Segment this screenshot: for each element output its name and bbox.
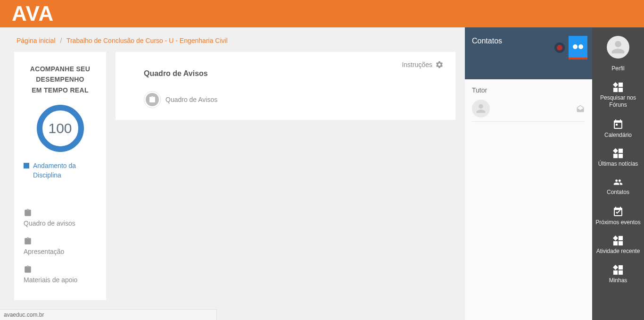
progress-title-l1: ACOMPANHE SEU <box>21 64 99 74</box>
progress-title-l2: DESEMPENHO <box>21 74 99 84</box>
svg-rect-12 <box>619 241 623 245</box>
sidebar-atividade-label: Atividade recente <box>596 248 640 255</box>
instructions-link[interactable]: Instruções <box>402 60 444 69</box>
logo[interactable]: AVA <box>12 2 54 25</box>
progress-ring: 100 <box>37 105 84 152</box>
section-heading: Quadro de Avisos <box>130 69 441 78</box>
svg-rect-2 <box>613 88 618 92</box>
top-header: AVA <box>0 0 644 27</box>
contacts-panel: Contatos Tutor <box>465 27 592 320</box>
sidebar-ultimas[interactable]: Últimas notícias <box>596 145 640 171</box>
status-url: avaeduc.com.br <box>4 312 44 318</box>
sidenav-apresentacao-label: Apresentação <box>24 248 97 255</box>
squares-icon <box>613 148 623 159</box>
sidebar-pesquisar-label: Pesquisar nos Fóruns <box>594 94 642 109</box>
svg-rect-15 <box>613 270 618 275</box>
envelope-icon[interactable] <box>576 104 585 113</box>
svg-rect-10 <box>619 236 623 240</box>
svg-rect-1 <box>619 83 623 87</box>
book-icon[interactable] <box>569 36 587 59</box>
status-toggle[interactable] <box>554 42 565 53</box>
sidenav-apresentacao[interactable]: Apresentação <box>21 232 99 260</box>
squares-icon <box>613 265 623 275</box>
left-area: Página inicial / Trabalho de Conclusão d… <box>0 27 465 320</box>
svg-rect-14 <box>619 265 623 269</box>
sidebar-calendario[interactable]: Calendário <box>603 116 634 142</box>
tutor-label: Tutor <box>472 86 585 94</box>
svg-marker-0 <box>613 82 618 87</box>
legend-text: Andamento da Disciplina <box>33 161 97 180</box>
squares-icon <box>613 82 623 93</box>
clipboard-circle-icon <box>144 91 161 108</box>
calendar-check-icon <box>612 206 624 217</box>
sidebar-calendario-label: Calendário <box>604 132 632 139</box>
progress-value: 100 <box>48 120 72 136</box>
sidebar-perfil[interactable]: Perfil <box>610 62 626 76</box>
breadcrumb-course[interactable]: Trabalho de Conclusão de Curso - U - Eng… <box>66 37 228 44</box>
contacts-title: Contatos <box>472 37 502 45</box>
main-layout: Página inicial / Trabalho de Conclusão d… <box>0 27 644 320</box>
progress-title: ACOMPANHE SEU DESEMPENHO EM TEMPO REAL <box>21 64 99 95</box>
sidebar-contatos-label: Contatos <box>607 189 629 196</box>
right-sidebar: Perfil Pesquisar nos Fóruns Calendário Ú… <box>592 27 644 320</box>
sidenav-quadro-label: Quadro de avisos <box>24 219 97 227</box>
content-card: Instruções Quadro de Avisos Quadro de Av… <box>116 52 455 120</box>
user-avatar[interactable] <box>607 36 629 59</box>
instructions-label: Instruções <box>402 61 432 68</box>
sidenav-quadro[interactable]: Quadro de avisos <box>21 203 99 232</box>
people-icon <box>612 177 624 187</box>
progress-ring-wrap: 100 <box>21 105 99 152</box>
sidebar-minhas-label: Minhas <box>609 277 627 285</box>
svg-rect-7 <box>613 154 618 158</box>
clipboard-icon <box>24 208 97 218</box>
progress-card: ACOMPANHE SEU DESEMPENHO EM TEMPO REAL 1… <box>14 52 106 300</box>
progress-title-l3: EM TEMPO REAL <box>21 85 99 95</box>
breadcrumb-separator: / <box>60 37 62 44</box>
svg-rect-8 <box>619 154 623 158</box>
breadcrumb: Página inicial / Trabalho de Conclusão d… <box>0 27 465 52</box>
sidebar-atividade[interactable]: Atividade recente <box>594 233 642 258</box>
sidebar-proximos-label: Próximos eventos <box>595 219 640 227</box>
red-dot-icon <box>557 45 562 51</box>
item-quadro-label: Quadro de Avisos <box>165 96 217 103</box>
tutor-row[interactable] <box>472 100 585 122</box>
tutor-avatar <box>472 100 490 118</box>
contacts-header: Contatos <box>465 27 592 79</box>
svg-rect-3 <box>619 88 623 92</box>
sidenav-materiais[interactable]: Materiais de apoio <box>21 260 99 288</box>
svg-marker-9 <box>613 236 618 241</box>
svg-marker-13 <box>613 265 618 270</box>
svg-rect-4 <box>616 124 618 126</box>
tutor-section: Tutor <box>465 79 592 129</box>
svg-rect-6 <box>619 149 623 153</box>
svg-rect-16 <box>619 270 623 275</box>
sidebar-proximos[interactable]: Próximos eventos <box>594 203 642 229</box>
calendar-icon <box>612 118 624 130</box>
sidebar-ultimas-label: Últimas notícias <box>598 160 638 168</box>
sidebar-perfil-label: Perfil <box>611 65 624 73</box>
gear-icon <box>435 60 444 69</box>
status-bar: avaeduc.com.br <box>0 309 217 320</box>
svg-marker-5 <box>613 148 618 153</box>
progress-legend[interactable]: Andamento da Disciplina <box>21 161 99 189</box>
clipboard-icon <box>24 265 97 274</box>
item-quadro-avisos[interactable]: Quadro de Avisos <box>130 91 441 108</box>
clipboard-icon <box>24 236 97 246</box>
sidebar-minhas[interactable]: Minhas <box>607 262 629 287</box>
sidebar-contatos[interactable]: Contatos <box>605 175 631 199</box>
glasses-icon <box>573 44 583 49</box>
sidenav-materiais-label: Materiais de apoio <box>24 276 97 284</box>
sidebar-pesquisar[interactable]: Pesquisar nos Fóruns <box>592 79 644 112</box>
content-row: ACOMPANHE SEU DESEMPENHO EM TEMPO REAL 1… <box>0 52 465 300</box>
breadcrumb-home[interactable]: Página inicial <box>17 37 56 44</box>
svg-rect-11 <box>613 241 618 245</box>
legend-square-icon <box>24 163 29 168</box>
contacts-header-icons <box>554 36 587 59</box>
squares-icon <box>613 236 623 246</box>
